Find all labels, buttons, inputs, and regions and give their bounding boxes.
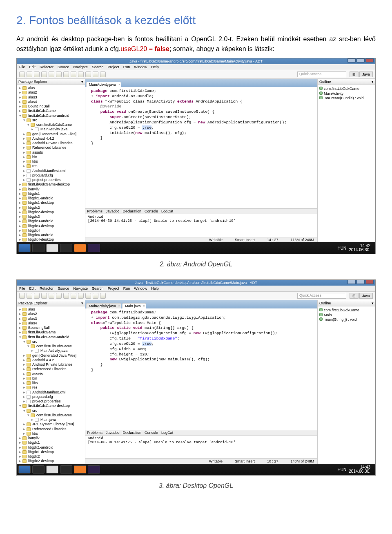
menu-item[interactable]: Search: [92, 286, 104, 290]
toolbar-button[interactable]: [49, 293, 54, 299]
maximize-button[interactable]: [356, 280, 365, 284]
tree-node[interactable]: ▸AndroidManifest.xml: [18, 169, 83, 173]
close-button[interactable]: [365, 58, 374, 63]
outline-tree[interactable]: com.firstLibGdxGameMainActivity onCreate…: [318, 85, 375, 103]
outline-node[interactable]: com.firstLibGdxGame: [319, 308, 374, 313]
tree-node[interactable]: ▾firstLibGdxGame-desktop: [18, 404, 83, 408]
menu-item[interactable]: Project: [108, 286, 119, 290]
menu-item[interactable]: Run: [123, 286, 130, 290]
tree-node[interactable]: ▸libgdx2: [18, 206, 83, 210]
tree-node[interactable]: ▸libgdx1-desktop: [18, 450, 83, 454]
tree-node[interactable]: ▸libgdx2-desktop: [18, 210, 83, 214]
minimize-button[interactable]: [347, 58, 356, 63]
menu-item[interactable]: Navigate: [74, 65, 88, 69]
view-tab[interactable]: Outline▾: [318, 79, 375, 85]
tree-node[interactable]: ▸project.properties: [18, 178, 83, 182]
tree-node[interactable]: ▸alas2: [18, 312, 83, 316]
console-tab[interactable]: Console: [145, 209, 158, 213]
open-perspective-button[interactable]: ⊞: [350, 71, 359, 77]
tree-node[interactable]: ▾src: [18, 340, 83, 344]
tree-node[interactable]: ▸firstLibGdxGame: [18, 109, 83, 113]
tree-node[interactable]: ▸MainActivity.java: [18, 349, 83, 353]
toolbar-button[interactable]: [71, 293, 76, 299]
menu-item[interactable]: Search: [92, 65, 104, 69]
toolbar-button[interactable]: [41, 71, 47, 77]
close-button[interactable]: [365, 280, 374, 284]
tree-node[interactable]: ▸Android Private Libraries: [18, 141, 83, 145]
view-tab[interactable]: Package Explorer▾: [17, 79, 85, 85]
taskbar-app[interactable]: [60, 465, 72, 474]
tree-node[interactable]: ▾com.firstLibGdxGame: [18, 413, 83, 418]
outline-node[interactable]: main(String[]) : void: [319, 317, 374, 322]
console-tab[interactable]: Declaration: [123, 209, 142, 213]
menu-item[interactable]: Window: [134, 286, 147, 290]
tree-node[interactable]: ▸alas3: [18, 317, 83, 321]
menu-item[interactable]: Help: [151, 65, 159, 69]
tree-node[interactable]: ▸gen [Generated Java Files]: [18, 132, 83, 136]
taskbar-app[interactable]: [60, 244, 72, 252]
toolbar-button[interactable]: [100, 293, 106, 299]
tree-node[interactable]: ▸libgdx3-android: [18, 219, 83, 223]
menu-item[interactable]: File: [19, 65, 25, 69]
tree-node[interactable]: ▸firstLibGdxGame-desktop: [18, 182, 83, 187]
editor-tab[interactable]: MainActivity.java×: [86, 82, 121, 87]
tree-node[interactable]: ▸libgdx4: [18, 228, 83, 233]
toolbar-button[interactable]: [71, 71, 76, 77]
outline-node[interactable]: com.firstLibGdxGame: [319, 87, 374, 92]
tree-node[interactable]: ▸alas4: [18, 100, 83, 104]
tree-node[interactable]: ▸alas4: [18, 321, 83, 326]
tree-node[interactable]: ▸proguard.cfg: [18, 173, 83, 178]
tree-node[interactable]: ▸assets: [18, 150, 83, 155]
java-perspective-button[interactable]: Java: [359, 293, 373, 299]
taskbar-app[interactable]: [88, 465, 100, 474]
toolbar-button[interactable]: [63, 293, 69, 299]
tree-node[interactable]: ▸Referenced Libraries: [18, 145, 83, 150]
tree-node[interactable]: ▸libgdx1-android: [18, 445, 83, 450]
console-tab[interactable]: Problems: [87, 209, 102, 213]
menu-item[interactable]: File: [19, 286, 25, 290]
tree-node[interactable]: ▸assets: [18, 372, 83, 376]
tree-node[interactable]: ▸libs: [18, 381, 83, 385]
tree-node[interactable]: ▸Android 4.4.2: [18, 136, 83, 141]
taskbar-app[interactable]: [88, 244, 100, 252]
window-titlebar[interactable]: Java - firstLibGdxGame-desktop/src/com/f…: [17, 280, 375, 286]
menu-item[interactable]: Project: [108, 65, 119, 69]
tree-node[interactable]: ▸Main.java: [18, 418, 83, 422]
console-tab[interactable]: LogCat: [161, 209, 173, 213]
outline-tree[interactable]: com.firstLibGdxGameMain main(String[]) :…: [318, 306, 375, 324]
maximize-button[interactable]: [356, 58, 365, 63]
toolbar-button[interactable]: [56, 71, 62, 77]
menu-item[interactable]: Refactor: [40, 65, 53, 69]
tree-node[interactable]: ▸libgdx1: [18, 440, 83, 445]
tree-node[interactable]: ▸Android 4.4.2: [18, 358, 83, 362]
tree-node[interactable]: ▸libgdx2-desktop: [18, 459, 83, 463]
taskbar-app[interactable]: [46, 244, 58, 252]
menu-item[interactable]: Refactor: [40, 286, 53, 290]
console-tab[interactable]: Javadoc: [106, 431, 120, 435]
toolbar-button[interactable]: [85, 293, 91, 299]
tree-node[interactable]: ▸libgdx3-desktop: [18, 224, 83, 228]
tree-node[interactable]: ▸libgdx1-android: [18, 196, 83, 201]
tree-node[interactable]: ▸bin: [18, 155, 83, 159]
tree-node[interactable]: ▸MainActivity.java: [18, 127, 83, 132]
taskbar-app[interactable]: [74, 244, 86, 252]
tree-node[interactable]: ▸libs: [18, 159, 83, 164]
menu-item[interactable]: Run: [123, 65, 130, 69]
view-menu-icon[interactable]: ▾: [81, 80, 83, 84]
tree-node[interactable]: ▸libgdx4-android: [18, 233, 83, 237]
tree-node[interactable]: ▸libgdx3: [18, 214, 83, 219]
toolbar-button[interactable]: [41, 293, 47, 299]
tree-node[interactable]: ▸konyliv: [18, 436, 83, 440]
toolbar-button[interactable]: [19, 293, 25, 299]
taskbar-app[interactable]: [46, 465, 58, 474]
tree-node[interactable]: ▸firstLibGdxGame: [18, 330, 83, 335]
menu-item[interactable]: Navigate: [74, 286, 88, 290]
toolbar-button[interactable]: [78, 293, 84, 299]
tree-node[interactable]: ▸libgdx1: [18, 192, 83, 196]
view-tab[interactable]: Outline▾: [318, 300, 375, 306]
tree-node[interactable]: ▾com.firstLibGdxGame: [18, 344, 83, 349]
editor-tab[interactable]: Main.java×: [122, 303, 146, 308]
open-perspective-button[interactable]: ⊞: [350, 293, 359, 299]
system-tray[interactable]: HUN 14:42 2014.06.30.: [338, 244, 374, 252]
toolbar-button[interactable]: [93, 293, 98, 299]
